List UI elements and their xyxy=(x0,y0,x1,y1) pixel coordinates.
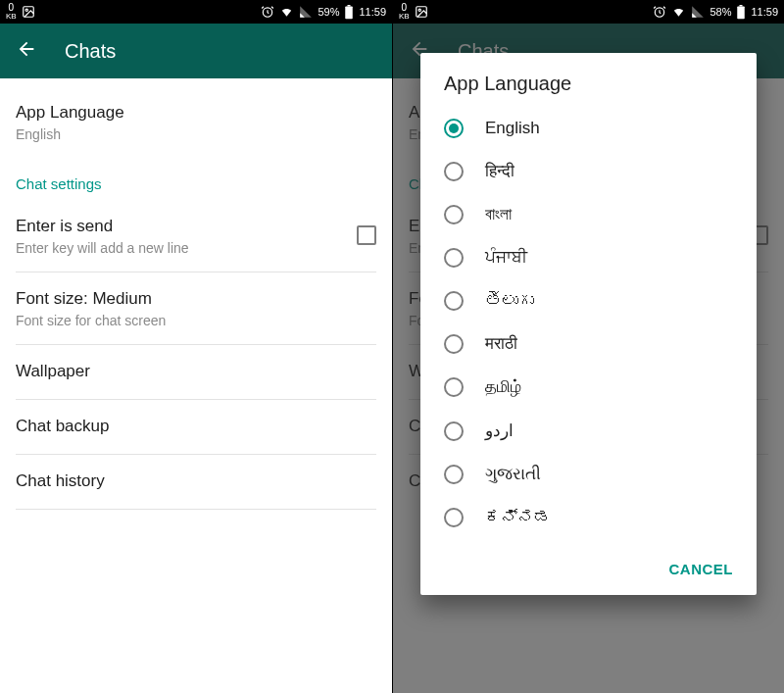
wallpaper-setting[interactable]: Wallpaper xyxy=(0,345,392,399)
language-option[interactable]: বাংলা xyxy=(420,193,757,236)
image-icon xyxy=(22,5,35,19)
setting-subtitle: English xyxy=(16,126,376,142)
radio-unselected-icon xyxy=(444,421,464,441)
setting-title: Enter is send xyxy=(16,216,189,238)
back-icon[interactable] xyxy=(16,38,37,64)
checkbox-unchecked[interactable] xyxy=(357,225,376,245)
language-option[interactable]: English xyxy=(420,107,757,150)
setting-subtitle: Font size for chat screen xyxy=(16,313,376,328)
data-usage-indicator: 0 KB xyxy=(6,3,17,21)
language-option-label: ગુજરાતી xyxy=(485,465,541,484)
language-option[interactable]: हिन्दी xyxy=(420,150,757,193)
signal-icon xyxy=(299,5,313,19)
wifi-icon xyxy=(279,5,294,19)
language-option-label: हिन्दी xyxy=(485,162,514,181)
image-icon xyxy=(415,5,428,19)
battery-icon xyxy=(736,5,746,20)
language-option-label: मराठी xyxy=(485,334,517,354)
radio-unselected-icon xyxy=(444,377,464,397)
clock-text: 11:59 xyxy=(751,6,778,18)
settings-list: App Language English Chat settings Enter… xyxy=(0,78,392,510)
action-bar-title: Chats xyxy=(65,40,116,63)
battery-percent: 59% xyxy=(318,6,339,18)
enter-is-send-setting[interactable]: Enter is send Enter key will add a new l… xyxy=(0,200,392,272)
modal-overlay: App Language Englishहिन्दीবাংলাਪੰਜਾਬੀతెల… xyxy=(393,24,784,693)
app-language-setting[interactable]: App Language English xyxy=(0,86,392,158)
dialog-title: App Language xyxy=(420,53,757,103)
cancel-button[interactable]: CANCEL xyxy=(654,551,750,587)
language-option[interactable]: தமிழ் xyxy=(420,366,757,409)
language-option[interactable]: తెలుగు xyxy=(420,279,757,322)
language-option-label: తెలుగు xyxy=(485,291,534,311)
action-bar: Chats xyxy=(0,24,392,78)
alarm-icon xyxy=(653,5,666,19)
language-option-label: தமிழ் xyxy=(485,377,521,397)
radio-selected-icon xyxy=(444,119,464,138)
phone-left: 0 KB 59% 11:59 xyxy=(0,0,392,693)
status-bar: 0 KB 58% 11:59 xyxy=(393,0,784,24)
setting-title: Wallpaper xyxy=(16,361,376,383)
wifi-icon xyxy=(671,5,686,19)
language-option[interactable]: اردو xyxy=(420,409,757,453)
language-option-label: বাংলা xyxy=(485,205,512,224)
svg-point-1 xyxy=(25,9,27,11)
language-option[interactable]: ગુજરાતી xyxy=(420,453,757,496)
chat-history-setting[interactable]: Chat history xyxy=(0,455,392,509)
radio-unselected-icon xyxy=(444,205,464,224)
setting-title: App Language xyxy=(16,102,376,124)
svg-rect-3 xyxy=(346,6,354,19)
language-option-label: اردو xyxy=(485,421,514,441)
status-bar: 0 KB 59% 11:59 xyxy=(0,0,392,24)
data-usage-indicator: 0 KB xyxy=(399,3,410,21)
setting-title: Font size: Medium xyxy=(16,288,376,311)
svg-rect-8 xyxy=(738,6,746,19)
language-list: Englishहिन्दीবাংলাਪੰਜਾਬੀతెలుగుमराठीதமிழ்… xyxy=(420,103,757,543)
battery-percent: 58% xyxy=(710,6,731,18)
setting-title: Chat history xyxy=(16,470,376,493)
language-option-label: ಕನ್ನಡ xyxy=(485,508,551,527)
divider xyxy=(16,509,376,510)
svg-rect-9 xyxy=(740,5,743,7)
language-option[interactable]: मराठी xyxy=(420,322,757,366)
phone-right: 0 KB 58% 11:59 xyxy=(392,0,784,693)
radio-unselected-icon xyxy=(444,248,464,268)
font-size-setting[interactable]: Font size: Medium Font size for chat scr… xyxy=(0,272,392,344)
radio-unselected-icon xyxy=(444,162,464,181)
app-language-dialog: App Language Englishहिन्दीবাংলাਪੰਜਾਬੀతెల… xyxy=(420,53,757,595)
language-option-label: English xyxy=(485,119,540,138)
signal-icon xyxy=(691,5,705,19)
section-header-chat-settings: Chat settings xyxy=(0,158,392,200)
battery-icon xyxy=(344,5,354,20)
setting-subtitle: Enter key will add a new line xyxy=(16,240,189,256)
radio-unselected-icon xyxy=(444,291,464,311)
setting-title: Chat backup xyxy=(16,416,376,438)
svg-rect-4 xyxy=(348,5,351,7)
language-option[interactable]: ಕನ್ನಡ xyxy=(420,496,757,539)
radio-unselected-icon xyxy=(444,508,464,527)
radio-unselected-icon xyxy=(444,465,464,484)
alarm-icon xyxy=(261,5,274,19)
language-option-label: ਪੰਜਾਬੀ xyxy=(485,248,527,268)
clock-text: 11:59 xyxy=(359,6,386,18)
radio-unselected-icon xyxy=(444,334,464,354)
svg-point-6 xyxy=(418,9,420,11)
language-option[interactable]: ਪੰਜਾਬੀ xyxy=(420,236,757,279)
chat-backup-setting[interactable]: Chat backup xyxy=(0,400,392,454)
